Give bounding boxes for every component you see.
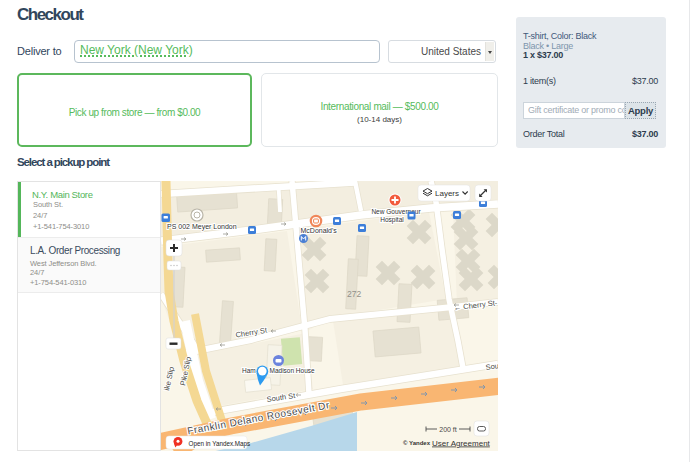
svg-text:272: 272 [347,289,361,299]
svg-text:200 ft: 200 ft [439,426,457,433]
svg-text:Layers: Layers [435,189,459,198]
svg-text:User Agreement: User Agreement [432,439,491,448]
svg-text:Ham: Ham [242,367,256,374]
svg-text:Open in Yandex.Maps: Open in Yandex.Maps [189,440,251,448]
svg-text:© Yandex: © Yandex [403,440,431,446]
svg-text:PS 002 Meyer London: PS 002 Meyer London [167,223,237,231]
svg-text:Madison House: Madison House [270,367,316,374]
svg-text:Sou: Sou [485,361,498,372]
svg-text:McDonald's: McDonald's [301,227,338,234]
svg-text:Hospital: Hospital [380,216,404,224]
